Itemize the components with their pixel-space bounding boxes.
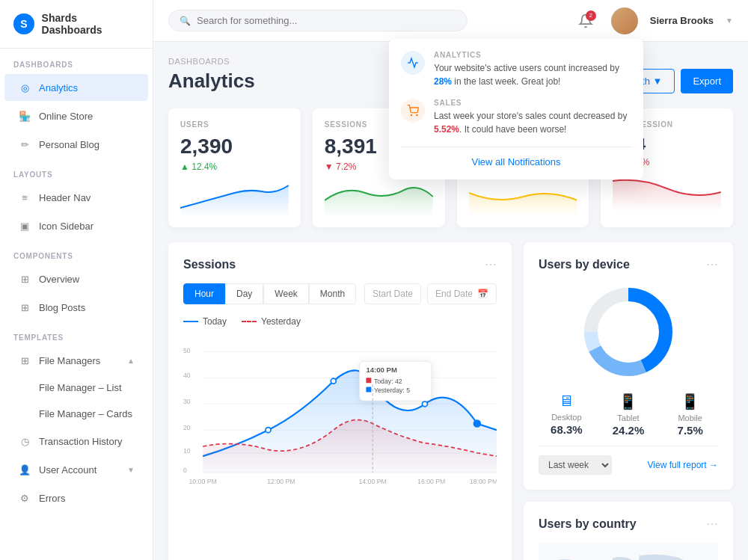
stat-label: USERS [180, 120, 289, 129]
svg-point-0 [411, 114, 411, 115]
main-grid: Sessions ⋯ Hour Day Week Month Start Dat [168, 242, 733, 560]
svg-text:10: 10 [183, 447, 191, 455]
stat-card-users: USERS 2,390 ▲ 12.4% [168, 108, 301, 227]
overview-icon: ⊞ [18, 272, 31, 286]
section-label-templates: TEMPLATES [0, 321, 153, 346]
svg-text:Today: 42: Today: 42 [374, 378, 402, 385]
legend-today-label: Today [203, 316, 227, 327]
calendar-icon: 📅 [477, 289, 488, 299]
svg-point-1 [417, 114, 417, 115]
sidebar-item-label: Errors [39, 493, 135, 504]
svg-text:14:00 PM: 14:00 PM [358, 478, 386, 485]
country-title: Users by country [539, 517, 637, 531]
stat-chart [325, 178, 433, 215]
device-title: Users by device [539, 258, 630, 271]
sidebar-item-file-manager-cards[interactable]: File Manager – Cards [4, 401, 148, 426]
notif-item-sales: SALES Last week your store's sales count… [401, 99, 631, 136]
card-header: Sessions ⋯ [183, 257, 497, 271]
mobile-value: 7.5% [662, 424, 718, 437]
store-icon: 🏪 [18, 109, 31, 123]
device-menu-icon[interactable]: ⋯ [706, 257, 718, 271]
svg-text:50: 50 [183, 347, 191, 354]
search-wrap[interactable]: 🔍 [168, 10, 468, 31]
notification-button[interactable]: 2 [572, 7, 599, 34]
svg-text:18:00 PM: 18:00 PM [470, 478, 497, 485]
date-range: Start Date End Date 📅 [364, 283, 497, 304]
svg-point-14 [266, 428, 271, 433]
desktop-icon: 🖥 [539, 393, 595, 410]
notif-sales-label: SALES [434, 99, 631, 107]
view-full-report-link[interactable]: View full report → [648, 460, 718, 470]
sidebar-item-online-store[interactable]: 🏪 Online Store [4, 102, 148, 129]
legend-yesterday-line [242, 321, 257, 322]
sidebar-item-label: Icon Sidebar [39, 221, 135, 232]
desktop-value: 68.3% [539, 423, 595, 436]
world-map [539, 543, 718, 560]
time-btn-month[interactable]: Month [309, 283, 356, 304]
desktop-label: Desktop [539, 413, 595, 422]
brand-icon: S [13, 13, 34, 34]
sidebar-item-file-manager-list[interactable]: File Manager – List [4, 375, 148, 400]
user-chevron-icon[interactable]: ▼ [726, 16, 733, 25]
sidebar-item-label: Analytics [39, 82, 135, 93]
svg-text:20: 20 [183, 424, 191, 431]
sidebar-item-label: File Manager – Cards [39, 408, 135, 419]
section-label-dashboards: DASHBOARDS [0, 49, 153, 73]
end-date-input[interactable]: End Date 📅 [427, 283, 497, 304]
errors-icon: ⚙ [18, 491, 31, 505]
main-content: 🔍 2 Sierra Brooks ▼ [153, 0, 748, 560]
sidebar-item-label: Transaction History [39, 436, 135, 447]
notif-analytics-icon [401, 51, 425, 75]
svg-point-18 [473, 420, 480, 427]
header-nav-icon: ≡ [18, 191, 31, 204]
device-stat-tablet: 📱 Tablet 24.2% [601, 393, 657, 437]
chevron-up-icon: ▲ [127, 357, 135, 365]
sidebar-item-analytics[interactable]: ◎ Analytics [4, 74, 148, 101]
sessions-menu-icon[interactable]: ⋯ [485, 257, 497, 271]
stat-value: 2,390 [180, 135, 289, 159]
notif-analytics-text: Your website's active users count increa… [434, 61, 631, 88]
sidebar-item-overview[interactable]: ⊞ Overview [4, 265, 148, 292]
device-card-header: Users by device ⋯ [539, 257, 718, 271]
sidebar-item-personal-blog[interactable]: ✏ Personal Blog [4, 131, 148, 158]
sessions-card: Sessions ⋯ Hour Day Week Month Start Dat [168, 242, 512, 560]
start-date-input[interactable]: Start Date [364, 283, 421, 304]
sidebar-item-blog-posts[interactable]: ⊞ Blog Posts [4, 294, 148, 321]
country-menu-icon[interactable]: ⋯ [706, 517, 718, 531]
export-button[interactable]: Export [681, 69, 733, 93]
sidebar-item-label: Overview [39, 274, 135, 285]
sidebar-item-header-nav[interactable]: ≡ Header Nav [4, 184, 148, 211]
sidebar-item-label: Online Store [39, 111, 135, 122]
right-column: Users by device ⋯ [524, 242, 733, 560]
device-footer: Last week Last month View full report → [539, 446, 718, 475]
time-btn-day[interactable]: Day [225, 283, 263, 304]
header: 🔍 2 Sierra Brooks ▼ [153, 0, 748, 42]
notif-analytics-highlight: 28% [434, 76, 452, 87]
svg-text:30: 30 [183, 398, 191, 405]
view-all-notifications-link[interactable]: View all Notifications [401, 156, 631, 167]
legend-yesterday-label: Yesterday [261, 316, 301, 327]
stat-chart [469, 178, 577, 215]
time-btn-hour[interactable]: Hour [183, 283, 225, 304]
sidebar-item-icon-sidebar[interactable]: ▣ Icon Sidebar [4, 212, 148, 239]
user-account-icon: 👤 [18, 463, 31, 476]
device-period-select[interactable]: Last week Last month [539, 455, 612, 475]
sidebar-item-file-managers[interactable]: ⊞ File Managers ▲ [4, 347, 148, 374]
time-btn-group: Hour Day Week Month [183, 283, 356, 304]
device-stat-desktop: 🖥 Desktop 68.3% [539, 393, 595, 437]
notification-dropdown: ANALYTICS Your website's active users co… [389, 39, 643, 179]
chart-controls: Hour Day Week Month Start Date End Date [183, 283, 497, 304]
svg-text:16:00 PM: 16:00 PM [417, 478, 445, 485]
notif-divider [401, 147, 631, 147]
analytics-icon: ◎ [18, 81, 31, 94]
sidebar-item-errors[interactable]: ⚙ Errors [4, 484, 148, 511]
transaction-icon: ◷ [18, 434, 31, 448]
notif-sales-content: SALES Last week your store's sales count… [434, 99, 631, 136]
time-btn-week[interactable]: Week [263, 283, 308, 304]
search-input[interactable] [197, 15, 346, 26]
brand-name: Shards Dashboards [42, 12, 139, 36]
svg-text:12:00 PM: 12:00 PM [267, 478, 295, 485]
chart-legend: Today Yesterday [183, 316, 497, 327]
sidebar-item-transaction-history[interactable]: ◷ Transaction History [4, 428, 148, 455]
sidebar-item-user-account[interactable]: 👤 User Account ▼ [4, 456, 148, 483]
